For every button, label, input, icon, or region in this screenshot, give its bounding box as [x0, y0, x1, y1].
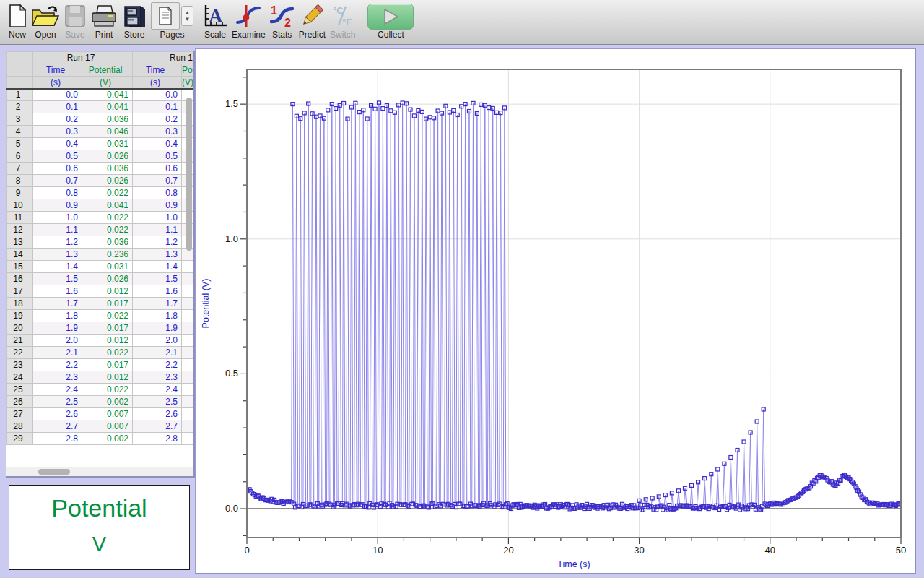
time2-cell[interactable]: 1.0 — [133, 212, 182, 224]
time2-cell[interactable]: 1.3 — [133, 249, 182, 261]
time-cell[interactable]: 2.2 — [33, 359, 82, 371]
time-cell[interactable]: 0.4 — [33, 138, 82, 150]
time-cell[interactable]: 1.6 — [33, 285, 82, 298]
clipped-cell[interactable] — [182, 335, 194, 347]
time2-cell[interactable]: 0.5 — [133, 150, 182, 163]
table-row[interactable]: 232.20.0172.2 — [7, 359, 194, 371]
clipped-cell[interactable] — [182, 384, 194, 396]
time2-cell[interactable]: 0.6 — [133, 163, 182, 175]
potential-cell[interactable]: 0.022 — [82, 212, 133, 224]
time2-cell[interactable]: 2.5 — [133, 396, 182, 408]
time2-cell[interactable]: 1.2 — [133, 236, 182, 249]
table-row[interactable]: 212.00.0122.0 — [7, 335, 194, 347]
time2-cell[interactable]: 0.3 — [133, 126, 182, 138]
clipped-cell[interactable] — [182, 298, 194, 310]
potential-cell[interactable]: 0.041 — [82, 89, 133, 101]
collect-play-icon[interactable] — [367, 4, 414, 30]
potential-cell[interactable]: 0.012 — [82, 285, 133, 298]
row-number-cell[interactable]: 3 — [7, 113, 33, 126]
table-horizontal-scrollbar[interactable] — [6, 467, 193, 476]
clipped-cell[interactable] — [182, 371, 194, 384]
store-button[interactable]: Store — [122, 3, 147, 40]
pages-control[interactable]: ▲▼ Pages — [151, 3, 193, 40]
potential-cell[interactable]: 0.012 — [82, 371, 133, 384]
row-number-cell[interactable]: 21 — [7, 335, 33, 347]
row-number-cell[interactable]: 13 — [7, 236, 33, 249]
row-number-cell[interactable]: 22 — [7, 347, 33, 359]
time-cell[interactable]: 2.4 — [33, 384, 82, 396]
time-cell[interactable]: 1.7 — [33, 298, 82, 310]
row-number-cell[interactable]: 5 — [7, 138, 33, 150]
time-cell[interactable]: 2.8 — [33, 433, 82, 445]
time2-cell[interactable]: 0.2 — [133, 113, 182, 126]
h-scroll-thumb[interactable] — [38, 469, 70, 475]
row-number-cell[interactable]: 4 — [7, 126, 33, 138]
potential-cell[interactable]: 0.036 — [82, 163, 133, 175]
row-number-cell[interactable]: 27 — [7, 408, 33, 420]
clipped-cell[interactable] — [182, 310, 194, 322]
clipped-cell[interactable] — [182, 322, 194, 335]
row-number-cell[interactable]: 14 — [7, 249, 33, 261]
table-row[interactable]: 60.50.0260.5 — [7, 150, 194, 163]
time2-cell[interactable]: 2.1 — [133, 347, 182, 359]
time-cell[interactable]: 1.1 — [33, 224, 82, 236]
stats-button[interactable]: 1 2 Stats — [270, 3, 295, 40]
time-cell[interactable]: 1.0 — [33, 212, 82, 224]
time-cell[interactable]: 1.3 — [33, 249, 82, 261]
table-row[interactable]: 292.80.0022.8 — [7, 433, 194, 445]
collect-button[interactable]: Collect — [367, 3, 414, 40]
table-row[interactable]: 121.10.0221.1 — [7, 224, 194, 236]
table-row[interactable]: 80.70.0260.7 — [7, 175, 194, 187]
potential-cell[interactable]: 0.022 — [82, 224, 133, 236]
table-row[interactable]: 50.40.0310.4 — [7, 138, 194, 150]
potential-cell[interactable]: 0.022 — [82, 310, 133, 322]
new-button[interactable]: New — [8, 3, 27, 40]
time-cell[interactable]: 1.8 — [33, 310, 82, 322]
time2-cell[interactable]: 1.5 — [133, 273, 182, 285]
row-number-cell[interactable]: 16 — [7, 273, 33, 285]
data-table[interactable]: Run 17 Run 1 Time Potential Time Potenti… — [6, 51, 194, 445]
table-row[interactable]: 222.10.0222.1 — [7, 347, 194, 359]
row-number-cell[interactable]: 28 — [7, 420, 33, 433]
time2-cell[interactable]: 2.2 — [133, 359, 182, 371]
scale-button[interactable]: A Scale — [203, 3, 227, 40]
time2-cell[interactable]: 0.8 — [133, 187, 182, 199]
table-row[interactable]: 111.00.0221.0 — [7, 212, 194, 224]
row-number-cell[interactable]: 23 — [7, 359, 33, 371]
table-row[interactable]: 242.30.0122.3 — [7, 371, 194, 384]
potential-cell[interactable]: 0.017 — [82, 298, 133, 310]
time-cell[interactable]: 1.5 — [33, 273, 82, 285]
time-cell[interactable]: 1.9 — [33, 322, 82, 335]
time-cell[interactable]: 2.6 — [33, 408, 82, 420]
table-row[interactable]: 20.10.0410.1 — [7, 101, 194, 113]
predict-button[interactable]: Predict — [299, 3, 326, 40]
potential-cell[interactable]: 0.026 — [82, 175, 133, 187]
table-row[interactable]: 191.80.0221.8 — [7, 310, 194, 322]
time2-cell[interactable]: 1.6 — [133, 285, 182, 298]
clipped-cell[interactable] — [182, 408, 194, 420]
time2-cell[interactable]: 0.9 — [133, 199, 182, 212]
run-18-header[interactable]: Run 1 — [133, 52, 194, 64]
time2-cell[interactable]: 2.0 — [133, 335, 182, 347]
row-number-cell[interactable]: 8 — [7, 175, 33, 187]
table-row[interactable]: 151.40.0311.4 — [7, 261, 194, 273]
potential-cell[interactable]: 0.022 — [82, 384, 133, 396]
row-number-cell[interactable]: 12 — [7, 224, 33, 236]
clipped-cell[interactable] — [182, 433, 194, 445]
time-cell[interactable]: 0.1 — [33, 101, 82, 113]
time2-cell[interactable]: 2.3 — [133, 371, 182, 384]
table-row[interactable]: 161.50.0261.5 — [7, 273, 194, 285]
row-number-cell[interactable]: 26 — [7, 396, 33, 408]
time2-cell[interactable]: 1.7 — [133, 298, 182, 310]
open-button[interactable]: Open — [31, 3, 60, 40]
row-number-cell[interactable]: 19 — [7, 310, 33, 322]
print-button[interactable]: Print — [90, 3, 118, 40]
pages-stepper[interactable]: ▲▼ — [181, 6, 193, 26]
potential-cell[interactable]: 0.026 — [82, 150, 133, 163]
row-number-cell[interactable]: 10 — [7, 199, 33, 212]
table-row[interactable]: 201.90.0171.9 — [7, 322, 194, 335]
time2-cell[interactable]: 0.4 — [133, 138, 182, 150]
potential-cell[interactable]: 0.036 — [82, 236, 133, 249]
potential-cell[interactable]: 0.017 — [82, 322, 133, 335]
col-time2-label[interactable]: Time — [146, 65, 165, 75]
